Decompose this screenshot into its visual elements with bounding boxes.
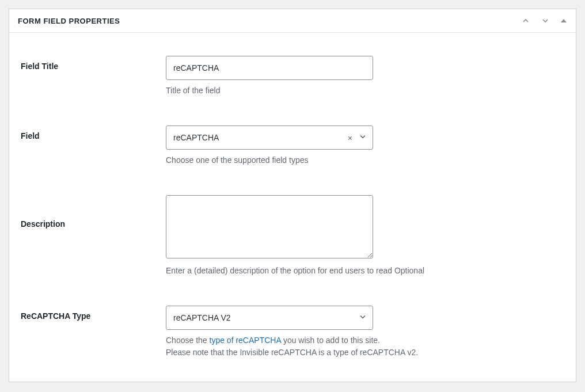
field-label: Field — [21, 125, 166, 166]
panel-body: Field Title Title of the field Field reC… — [9, 33, 576, 382]
field-title-help: Title of the field — [166, 85, 373, 97]
description-label: Description — [21, 195, 166, 277]
panel-controls — [521, 16, 567, 25]
chevron-up-icon[interactable] — [521, 16, 530, 25]
recaptcha-type-icons — [358, 313, 367, 324]
form-field-properties-panel: FORM FIELD PROPERTIES Field Title Title … — [9, 9, 576, 382]
field-control: reCAPTCHA × Choose one of the supported … — [166, 125, 373, 166]
collapse-icon[interactable] — [560, 17, 567, 24]
panel-header: FORM FIELD PROPERTIES — [9, 9, 576, 33]
recaptcha-help-note: Please note that the Invisible reCAPTCHA… — [166, 348, 418, 357]
field-select[interactable]: reCAPTCHA × — [166, 125, 373, 150]
description-help: Enter a (detailed) description of the op… — [166, 265, 465, 277]
field-title-input[interactable] — [166, 56, 373, 80]
recaptcha-help-prefix: Choose the — [166, 336, 210, 345]
recaptcha-type-control: reCAPTCHA V2 Choose the type of reCAPTCH… — [166, 306, 373, 359]
recaptcha-type-value: reCAPTCHA V2 — [166, 306, 373, 330]
field-help: Choose one of the supported field types — [166, 154, 373, 166]
svg-marker-0 — [561, 19, 567, 22]
panel-title: FORM FIELD PROPERTIES — [18, 17, 120, 25]
recaptcha-type-link[interactable]: type of reCAPTCHA — [210, 336, 282, 345]
chevron-down-icon[interactable] — [358, 313, 367, 324]
field-row: Field reCAPTCHA × Choose one of the supp… — [21, 125, 564, 166]
recaptcha-type-help: Choose the type of reCAPTCHA you wish to… — [166, 334, 465, 359]
field-title-label: Field Title — [21, 56, 166, 97]
recaptcha-type-select[interactable]: reCAPTCHA V2 — [166, 306, 373, 330]
clear-icon[interactable]: × — [348, 133, 352, 142]
field-select-value: reCAPTCHA — [166, 125, 373, 150]
recaptcha-type-label: ReCAPTCHA Type — [21, 306, 166, 359]
description-row: Description Enter a (detailed) descripti… — [21, 195, 564, 277]
chevron-down-icon[interactable] — [358, 132, 367, 143]
chevron-down-icon[interactable] — [541, 16, 550, 25]
field-title-row: Field Title Title of the field — [21, 56, 564, 97]
recaptcha-help-suffix: you wish to add to this site. — [281, 336, 380, 345]
description-textarea[interactable] — [166, 195, 373, 258]
recaptcha-type-row: ReCAPTCHA Type reCAPTCHA V2 Choose the t… — [21, 306, 564, 359]
description-control: Enter a (detailed) description of the op… — [166, 195, 373, 277]
field-title-control: Title of the field — [166, 56, 373, 97]
field-select-icons: × — [348, 132, 367, 143]
